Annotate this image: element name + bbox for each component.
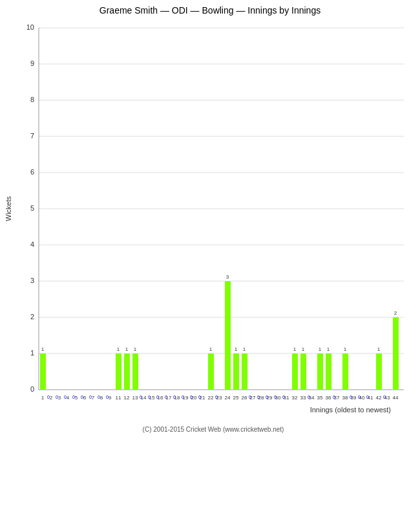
svg-text:2: 2 <box>394 310 397 316</box>
svg-text:22: 22 <box>208 395 214 401</box>
svg-text:25: 25 <box>233 395 239 401</box>
svg-text:21: 21 <box>200 395 205 401</box>
chart-title: Graeme Smith — ODI — Bowling — Innings b… <box>100 5 320 16</box>
bar-35 <box>317 353 323 390</box>
y-axis-label: Wickets <box>5 196 12 221</box>
bar-12 <box>124 353 130 390</box>
svg-text:9: 9 <box>109 395 112 401</box>
svg-text:8: 8 <box>100 395 103 401</box>
svg-text:9: 9 <box>30 59 34 67</box>
svg-text:42: 42 <box>376 395 382 401</box>
svg-text:1: 1 <box>30 349 34 357</box>
svg-text:29: 29 <box>267 395 273 401</box>
x-axis-label: Innings (oldest to newest) <box>310 406 391 414</box>
svg-text:37: 37 <box>334 395 340 401</box>
svg-text:44: 44 <box>393 395 399 401</box>
svg-text:4: 4 <box>30 240 34 248</box>
svg-text:1: 1 <box>134 346 137 352</box>
svg-text:1: 1 <box>327 346 330 352</box>
svg-text:7: 7 <box>30 132 34 140</box>
svg-text:1: 1 <box>235 346 238 352</box>
svg-text:1: 1 <box>344 346 347 352</box>
svg-text:1: 1 <box>377 346 381 352</box>
bar-25 <box>233 353 239 390</box>
svg-text:5: 5 <box>75 395 78 401</box>
svg-text:39: 39 <box>351 395 357 401</box>
svg-text:31: 31 <box>284 395 289 401</box>
svg-text:16: 16 <box>158 395 163 401</box>
svg-text:32: 32 <box>292 395 298 401</box>
svg-text:28: 28 <box>258 395 264 401</box>
svg-text:41: 41 <box>368 395 373 401</box>
bar-38 <box>342 353 348 390</box>
svg-text:7: 7 <box>92 395 95 401</box>
svg-text:5: 5 <box>30 204 34 212</box>
svg-text:6: 6 <box>30 168 34 176</box>
svg-text:38: 38 <box>342 395 348 401</box>
svg-text:1: 1 <box>302 346 305 352</box>
svg-text:10: 10 <box>26 23 34 31</box>
bar-22 <box>208 353 214 390</box>
svg-text:1: 1 <box>41 395 45 401</box>
svg-text:1: 1 <box>319 346 322 352</box>
svg-text:33: 33 <box>300 395 306 401</box>
svg-text:23: 23 <box>216 395 222 401</box>
svg-text:43: 43 <box>384 395 390 401</box>
svg-text:14: 14 <box>141 395 147 401</box>
bar-24 <box>225 281 231 390</box>
svg-text:1: 1 <box>243 346 246 352</box>
bar-1 <box>40 353 46 390</box>
svg-text:1: 1 <box>41 346 45 352</box>
svg-text:12: 12 <box>124 395 130 401</box>
svg-text:1: 1 <box>117 346 120 352</box>
svg-text:1: 1 <box>209 346 213 352</box>
svg-text:0: 0 <box>30 385 34 393</box>
bar-13 <box>132 353 138 390</box>
svg-text:40: 40 <box>359 395 365 401</box>
bar-32 <box>292 353 298 390</box>
bar-26 <box>242 353 247 390</box>
svg-text:3: 3 <box>58 395 61 401</box>
copyright: (C) 2001-2015 Cricket Web (www.cricketwe… <box>143 426 284 433</box>
bar-42 <box>376 353 382 390</box>
svg-text:13: 13 <box>132 395 138 401</box>
svg-text:17: 17 <box>166 395 172 401</box>
svg-text:19: 19 <box>183 395 189 401</box>
bar-chart: 10 9 8 7 6 5 4 3 2 1 <box>3 18 417 483</box>
bar-36 <box>326 353 331 390</box>
svg-text:26: 26 <box>242 395 247 401</box>
svg-text:3: 3 <box>30 277 34 284</box>
svg-text:3: 3 <box>226 274 229 280</box>
svg-text:11: 11 <box>116 395 121 401</box>
svg-text:8: 8 <box>30 96 34 103</box>
svg-text:18: 18 <box>174 395 180 401</box>
svg-text:36: 36 <box>326 395 331 401</box>
svg-text:24: 24 <box>225 395 231 401</box>
svg-text:34: 34 <box>309 395 315 401</box>
svg-text:2: 2 <box>30 313 34 321</box>
bar-33 <box>300 353 306 390</box>
svg-text:2: 2 <box>50 395 53 401</box>
svg-text:30: 30 <box>275 395 281 401</box>
chart-container: Graeme Smith — ODI — Bowling — Innings b… <box>0 0 420 517</box>
svg-text:4: 4 <box>67 395 70 401</box>
svg-text:15: 15 <box>149 395 155 401</box>
svg-text:6: 6 <box>83 395 87 401</box>
svg-text:1: 1 <box>125 346 129 352</box>
svg-text:27: 27 <box>250 395 256 401</box>
svg-text:35: 35 <box>317 395 323 401</box>
bar-44 <box>393 317 399 390</box>
bar-11 <box>116 353 121 390</box>
svg-text:20: 20 <box>191 395 197 401</box>
svg-text:1: 1 <box>293 346 297 352</box>
